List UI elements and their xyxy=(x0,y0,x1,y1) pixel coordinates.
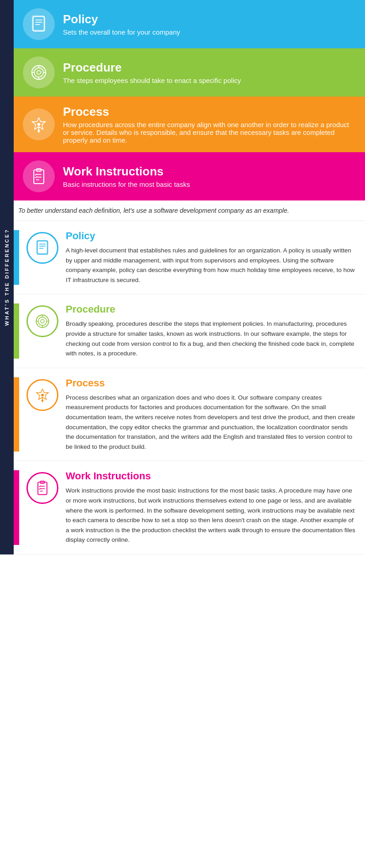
work-detail-inner: Work Instructions Work instructions prov… xyxy=(19,470,356,545)
work-detail-body: Work instructions provide the most basic… xyxy=(66,486,356,545)
policy-subtitle: Sets the overall tone for your company xyxy=(63,28,180,36)
procedure-detail-icon xyxy=(26,305,58,337)
page-wrapper: WHAT'S THE DIFFERENCE? Policy Sets th xyxy=(0,0,365,555)
svg-rect-21 xyxy=(37,241,48,254)
process-detail-row: Process Process describes what an organi… xyxy=(14,368,365,462)
work-detail-row: Work Instructions Work instructions prov… xyxy=(14,461,365,555)
procedure-detail-inner: Procedure Broadly speaking, procedures d… xyxy=(19,303,356,358)
policy-detail-icon xyxy=(26,232,58,264)
svg-marker-15 xyxy=(37,130,41,134)
procedure-detail-bar xyxy=(14,303,19,358)
intro-content: To better understand each definition, le… xyxy=(18,207,289,214)
svg-marker-36 xyxy=(41,400,44,402)
policy-detail-row: Policy A high-level document that establ… xyxy=(14,221,365,294)
work-section-text: Work Instructions Basic instructions for… xyxy=(63,164,190,188)
procedure-title: Procedure xyxy=(63,61,241,75)
policy-section-row: Policy Sets the overall tone for your co… xyxy=(14,0,365,48)
policy-title: Policy xyxy=(63,12,180,26)
procedure-detail-svg xyxy=(34,313,51,330)
procedure-detail-row: Procedure Broadly speaking, procedures d… xyxy=(14,294,365,368)
policy-icon xyxy=(29,15,48,34)
procedure-detail-title: Procedure xyxy=(66,303,356,315)
work-icon-circle xyxy=(23,160,55,192)
process-icon-circle xyxy=(23,108,55,140)
process-detail-icon xyxy=(26,379,58,411)
process-title: Process xyxy=(63,105,356,119)
svg-point-27 xyxy=(38,317,47,325)
process-detail-text: Process Process describes what an organi… xyxy=(66,377,356,452)
process-section-row: Process How procedures across the entire… xyxy=(14,97,365,152)
process-subtitle: How procedures across the entire company… xyxy=(63,121,356,144)
process-detail-body: Process describes what an organization d… xyxy=(66,393,356,452)
top-sections: Policy Sets the overall tone for your co… xyxy=(14,0,365,200)
policy-detail-title: Policy xyxy=(66,230,356,242)
process-detail-bar xyxy=(14,377,19,452)
detail-sections: Policy A high-level document that establ… xyxy=(14,221,365,555)
procedure-subtitle: The steps employees should take to enact… xyxy=(63,77,241,84)
process-detail-title: Process xyxy=(66,377,356,389)
svg-point-6 xyxy=(34,68,43,77)
work-detail-bar xyxy=(14,470,19,545)
intro-text: To better understand each definition, le… xyxy=(14,200,365,221)
procedure-detail-text: Procedure Broadly speaking, procedures d… xyxy=(66,303,356,358)
procedure-icon xyxy=(29,63,48,82)
svg-point-7 xyxy=(37,71,41,74)
policy-detail-text: Policy A high-level document that establ… xyxy=(66,230,356,285)
work-subtitle: Basic instructions for the most basic ta… xyxy=(63,180,190,188)
procedure-section-row: Procedure The steps employees should tak… xyxy=(14,48,365,97)
policy-section-text: Policy Sets the overall tone for your co… xyxy=(63,12,180,36)
procedure-section-text: Procedure The steps employees should tak… xyxy=(63,61,241,84)
svg-point-34 xyxy=(41,394,44,396)
procedure-detail-body: Broadly speaking, procedures describe th… xyxy=(66,319,356,358)
svg-rect-16 xyxy=(34,170,44,184)
policy-icon-circle xyxy=(23,8,55,40)
process-detail-inner: Process Process describes what an organi… xyxy=(19,377,356,452)
policy-detail-bar xyxy=(14,230,19,285)
svg-point-28 xyxy=(41,320,44,324)
work-detail-title: Work Instructions xyxy=(66,470,356,482)
policy-detail-svg xyxy=(34,239,51,257)
svg-point-13 xyxy=(37,123,41,126)
process-section-text: Process How procedures across the entire… xyxy=(63,105,356,144)
main-content: Policy Sets the overall tone for your co… xyxy=(14,0,365,555)
work-title: Work Instructions xyxy=(63,164,190,179)
work-section-row: Work Instructions Basic instructions for… xyxy=(14,152,365,200)
svg-rect-0 xyxy=(33,16,44,31)
process-detail-svg xyxy=(34,386,51,404)
work-detail-icon xyxy=(26,472,58,504)
policy-detail-body: A high-level document that establishes r… xyxy=(66,246,356,285)
process-icon xyxy=(29,115,48,134)
sidebar-label: WHAT'S THE DIFFERENCE? xyxy=(0,0,14,555)
work-detail-text: Work Instructions Work instructions prov… xyxy=(66,470,356,545)
procedure-icon-circle xyxy=(23,56,55,88)
work-icon xyxy=(29,167,48,186)
svg-rect-25 xyxy=(36,240,47,253)
work-detail-svg xyxy=(34,479,51,497)
svg-rect-4 xyxy=(32,16,44,31)
policy-detail-inner: Policy A high-level document that establ… xyxy=(19,230,356,285)
